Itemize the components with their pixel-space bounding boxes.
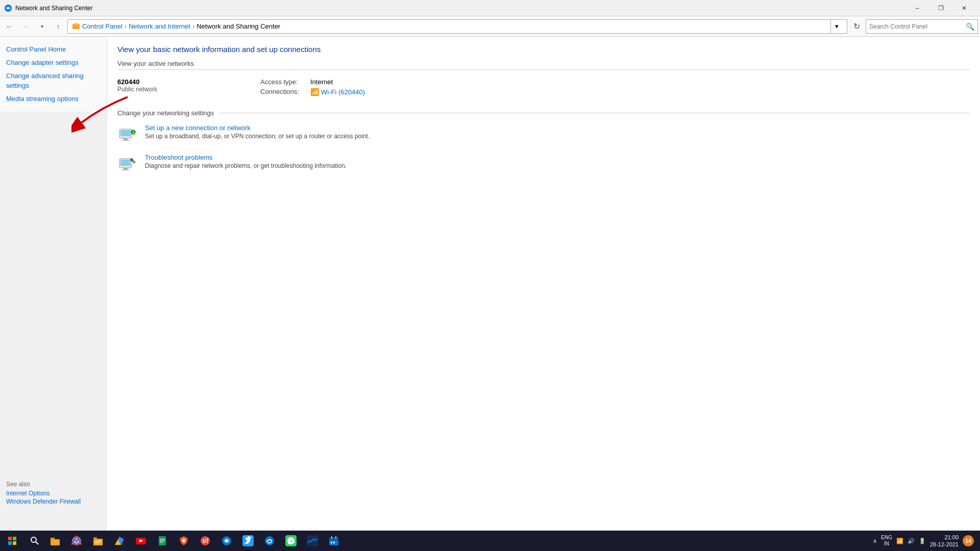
svg-rect-34 [160, 540, 165, 541]
taskbar-google-drive[interactable] [109, 532, 130, 550]
svg-rect-29 [95, 542, 100, 543]
svg-rect-18 [13, 541, 16, 545]
taskbar-file-manager[interactable] [88, 532, 108, 550]
taskbar-bittorrent[interactable]: bT [195, 532, 215, 550]
forward-button[interactable]: → [18, 19, 33, 34]
taskbar-youtube[interactable] [131, 532, 151, 550]
refresh-button[interactable]: ↻ [849, 19, 864, 34]
tray-lang[interactable]: ENGIN [881, 535, 892, 547]
window-title: Network and Sharing Center [15, 5, 905, 12]
svg-line-20 [36, 542, 38, 544]
svg-text:+: + [132, 131, 135, 135]
search-box: 🔍 [866, 19, 978, 34]
svg-point-25 [75, 539, 79, 543]
taskbar-file-explorer[interactable] [45, 532, 65, 550]
sidebar-wrapper: Control Panel Home Change adapter settin… [0, 37, 107, 531]
breadcrumb: Control Panel › Network and Internet › N… [67, 19, 847, 34]
setup-connection-desc: Set up a broadband, dial-up, or VPN conn… [145, 133, 370, 140]
setup-connection-link[interactable]: Set up a new connection or network [145, 124, 251, 132]
svg-rect-45 [329, 537, 338, 540]
svg-rect-46 [331, 536, 332, 539]
back-button[interactable]: ← [2, 19, 16, 34]
tray-battery[interactable]: 🔋 [919, 538, 926, 544]
date-display: 28-12-2021 [930, 541, 959, 548]
see-also-section: See also Internet Options Windows Defend… [0, 477, 107, 510]
taskbar-stocks[interactable] [302, 532, 323, 550]
troubleshoot-content: Troubleshoot problems Diagnose and repai… [145, 154, 347, 169]
taskbar-time[interactable]: 21:00 28-12-2021 [930, 534, 959, 548]
breadcrumb-dropdown[interactable]: ▾ [830, 19, 843, 34]
address-bar: ← → ▾ ↑ Control Panel › Network and Inte… [0, 16, 980, 37]
network-name: 620440 [117, 78, 260, 86]
troubleshoot-link[interactable]: Troubleshoot problems [145, 154, 212, 161]
see-also-firewall[interactable]: Windows Defender Firewall [6, 498, 101, 505]
svg-point-19 [31, 537, 36, 542]
taskbar-chrome[interactable] [66, 532, 87, 550]
sidebar-item-media-streaming[interactable]: Media streaming options [0, 92, 107, 106]
svg-text:bT: bT [203, 538, 209, 544]
taskbar-app-blue[interactable] [216, 532, 237, 550]
change-settings-header: Change your networking settings [117, 109, 970, 117]
content-area: View your basic network information and … [107, 37, 980, 531]
wifi-connection-link[interactable]: 📶 Wi-Fi (620440) [310, 88, 365, 96]
breadcrumb-sep2: › [192, 22, 194, 30]
system-tray: ∧ ENGIN 📶 🔊 🔋 21:00 28-12-2021 14 [869, 534, 978, 548]
access-type-row: Access type: Internet [260, 78, 365, 86]
svg-rect-21 [51, 539, 60, 545]
svg-rect-47 [335, 536, 336, 539]
breadcrumb-control-panel[interactable]: Control Panel [82, 22, 122, 30]
search-input[interactable] [869, 23, 966, 30]
search-icon: 🔍 [966, 22, 974, 31]
taskbar-brave[interactable] [174, 532, 194, 550]
taskbar-sheets[interactable] [152, 532, 173, 550]
svg-point-41 [265, 536, 274, 545]
see-also-title: See also [6, 481, 101, 488]
svg-rect-17 [8, 541, 12, 545]
svg-rect-7 [122, 140, 129, 141]
tray-volume[interactable]: 🔊 [908, 538, 915, 544]
svg-rect-27 [93, 537, 97, 539]
close-button[interactable]: ✕ [952, 0, 976, 16]
change-settings-label: Change your networking settings [117, 109, 214, 117]
main-content-wrapper: Control Panel Home Change adapter settin… [0, 37, 980, 531]
taskbar-calendar[interactable] [324, 532, 344, 550]
svg-rect-13 [122, 169, 129, 170]
sidebar-item-change-adapter[interactable]: Change adapter settings [0, 56, 107, 69]
up-button[interactable]: ↑ [51, 19, 65, 34]
recent-button[interactable]: ▾ [35, 19, 49, 34]
title-bar: Network and Sharing Center – ❐ ✕ [0, 0, 980, 16]
breadcrumb-network-internet[interactable]: Network and Internet [129, 22, 190, 30]
sidebar: Control Panel Home Change adapter settin… [0, 37, 107, 112]
taskbar-edge[interactable] [259, 532, 280, 550]
notification-badge[interactable]: 14 [963, 535, 974, 546]
start-button[interactable] [2, 532, 22, 550]
tray-chevron[interactable]: ∧ [873, 538, 877, 544]
setup-connection-item: + Set up a new connection or network Set… [117, 124, 970, 144]
see-also-internet-options[interactable]: Internet Options [6, 490, 101, 497]
access-type-label: Access type: [260, 78, 306, 86]
network-name-col: 620440 Public network [117, 75, 260, 99]
svg-rect-28 [95, 541, 101, 542]
restore-button[interactable]: ❐ [929, 0, 952, 16]
minimize-button[interactable]: – [905, 0, 929, 16]
troubleshoot-icon [117, 154, 138, 174]
svg-rect-15 [8, 537, 12, 540]
access-type-value: Internet [310, 78, 333, 86]
network-info-grid: 620440 Public network Access type: Inter… [117, 75, 970, 99]
svg-rect-49 [333, 542, 335, 543]
svg-rect-16 [13, 537, 16, 540]
sidebar-item-change-advanced-sharing[interactable]: Change advanced sharing settings [0, 69, 107, 92]
sidebar-item-control-panel-home[interactable]: Control Panel Home [0, 43, 107, 56]
taskbar-search-button[interactable] [26, 532, 44, 550]
svg-rect-11 [120, 160, 131, 166]
setup-connection-content: Set up a new connection or network Set u… [145, 124, 370, 140]
time-display: 21:00 [930, 534, 959, 541]
taskbar-whatsapp[interactable] [281, 532, 301, 550]
setup-connection-icon: + [117, 124, 138, 144]
window-icon [4, 4, 12, 12]
network-type: Public network [117, 86, 260, 93]
svg-point-14 [130, 158, 133, 161]
tray-wifi[interactable]: 📶 [896, 538, 903, 544]
taskbar-twitter[interactable] [238, 532, 258, 550]
svg-rect-2 [75, 23, 78, 25]
